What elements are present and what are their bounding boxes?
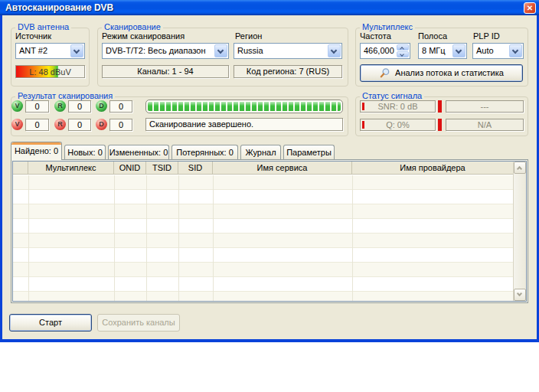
window-title: Автосканирование DVB (5, 2, 113, 13)
tab-params[interactable]: Параметры (283, 145, 335, 160)
chevron-down-icon[interactable] (452, 44, 466, 57)
column-header-service[interactable]: Имя сервиса (213, 162, 352, 174)
chevron-down-icon[interactable] (509, 44, 522, 57)
chevron-up-icon (517, 166, 522, 172)
source-select[interactable]: ANT #2 (15, 43, 85, 59)
scan-status-field: Сканирование завершено. (145, 118, 343, 131)
analyze-stream-label: Анализ потока и статистика (395, 65, 504, 81)
source-select-value: ANT #2 (19, 46, 47, 55)
scan-mode-label: Режим сканирования (102, 31, 185, 41)
column-header-provider[interactable]: Имя провайдера (352, 162, 513, 174)
scanning-group-title: Сканирование (102, 22, 163, 31)
column-header-onid[interactable]: ONID (114, 162, 146, 174)
signal-level-bar: L: 48 dBuV (15, 65, 85, 78)
snr-marker-tick (438, 100, 442, 113)
close-icon: ✕ (527, 4, 533, 12)
video-fail-indicator-icon: V (11, 119, 23, 130)
frequency-label: Частота (360, 31, 391, 41)
snr-extra-field: --- (446, 100, 524, 113)
chevron-down-icon[interactable] (70, 44, 83, 57)
chevron-down-icon[interactable] (214, 44, 227, 57)
radio-ok-indicator-icon: R (54, 100, 66, 112)
scan-progress-fill (148, 102, 341, 111)
channels-info-field: Каналы: 1 - 94 (102, 65, 229, 78)
signal-status-group-title: Статус сигнала (360, 91, 424, 100)
radio-fail-count: 0 (68, 119, 91, 131)
signal-level-text: L: 48 dBuV (16, 67, 84, 77)
screen: Автосканирование DVB ✕ DVB антенна Источ… (0, 0, 539, 392)
tab-new[interactable]: Новых: 0 (64, 145, 106, 160)
tab-changed[interactable]: Измененных: 0 (108, 145, 169, 160)
quality-min-tick (362, 121, 364, 129)
region-code-field: Код региона: 7 (RUS) (234, 65, 342, 78)
scan-mode-value: DVB-T/T2: Весь диапазон (106, 46, 206, 55)
snr-field: SNR: 0 dB (360, 100, 436, 113)
scroll-up-button[interactable] (514, 162, 526, 174)
bandwidth-select[interactable]: 8 МГц (418, 43, 467, 59)
chevron-up-icon (400, 47, 404, 51)
chevron-down-icon (517, 291, 522, 296)
chevron-down-icon (400, 52, 404, 57)
video-ok-indicator-icon: V (11, 100, 23, 112)
vertical-scrollbar[interactable] (513, 162, 526, 301)
radio-fail-indicator-icon: R (54, 119, 66, 130)
column-header-tsid[interactable]: TSID (146, 162, 178, 174)
quality-extra-field: N/A (446, 119, 524, 131)
column-header-sid[interactable]: SID (178, 162, 213, 174)
multiplex-group-title: Мультиплекс (360, 22, 415, 31)
video-ok-count: 0 (25, 100, 49, 113)
close-button[interactable]: ✕ (524, 2, 536, 14)
region-select[interactable]: Russia (234, 43, 342, 59)
region-label: Регион (235, 31, 262, 41)
spin-up-button[interactable] (397, 44, 409, 51)
scroll-down-button[interactable] (514, 289, 526, 301)
spin-down-button[interactable] (397, 51, 409, 57)
quality-field: Q: 0% (360, 119, 436, 131)
column-header-multiplex[interactable]: Мультиплекс (28, 162, 114, 174)
scan-progress-bar (145, 100, 343, 113)
video-fail-count: 0 (25, 119, 49, 131)
quality-marker-tick (438, 119, 442, 131)
frequency-spin-buttons (397, 44, 409, 57)
source-label: Источник (15, 31, 51, 41)
bandwidth-value: 8 МГц (422, 46, 446, 55)
channels-table: Мультиплекс ONID TSID SID Имя сервиса Им… (12, 161, 527, 302)
save-channels-button[interactable]: Сохранить каналы (97, 314, 180, 332)
magnifier-icon (379, 67, 390, 79)
channels-table-header: Мультиплекс ONID TSID SID Имя сервиса Им… (13, 162, 513, 175)
tab-lost[interactable]: Потерянных: 0 (172, 145, 238, 160)
radio-ok-count: 0 (68, 100, 91, 113)
analyze-stream-button[interactable]: Анализ потока и статистика (360, 64, 523, 82)
bandwidth-label: Полоса (418, 31, 447, 41)
data-ok-count: 0 (109, 100, 132, 113)
tab-log[interactable]: Журнал (240, 145, 281, 160)
tab-found[interactable]: Найдено: 0 (11, 142, 62, 160)
titlebar[interactable]: Автосканирование DVB ✕ (0, 0, 539, 15)
channels-table-body (13, 175, 513, 301)
plp-id-label: PLP ID (473, 31, 500, 41)
region-value: Russia (237, 46, 263, 55)
snr-text: SNR: 0 dB (378, 102, 418, 111)
data-fail-count: 0 (109, 119, 132, 131)
data-fail-indicator-icon: D (96, 119, 107, 130)
autoscan-dvb-window: Автосканирование DVB ✕ DVB антенна Источ… (0, 0, 539, 342)
frequency-value: 466,000 (364, 46, 394, 55)
chevron-down-icon[interactable] (328, 44, 341, 57)
plp-id-select[interactable]: Auto (472, 43, 524, 59)
data-ok-indicator-icon: D (96, 100, 107, 112)
plp-id-value: Auto (476, 46, 494, 55)
scan-mode-select[interactable]: DVB-T/T2: Весь диапазон (102, 43, 229, 59)
antenna-group-title: DVB антенна (15, 22, 71, 31)
column-header-empty[interactable] (13, 162, 28, 174)
snr-min-tick (362, 103, 364, 110)
frequency-stepper[interactable]: 466,000 (360, 43, 410, 59)
quality-text: Q: 0% (386, 120, 410, 129)
start-button[interactable]: Старт (9, 314, 92, 332)
scan-result-group-title: Результат сканирования (15, 91, 115, 100)
